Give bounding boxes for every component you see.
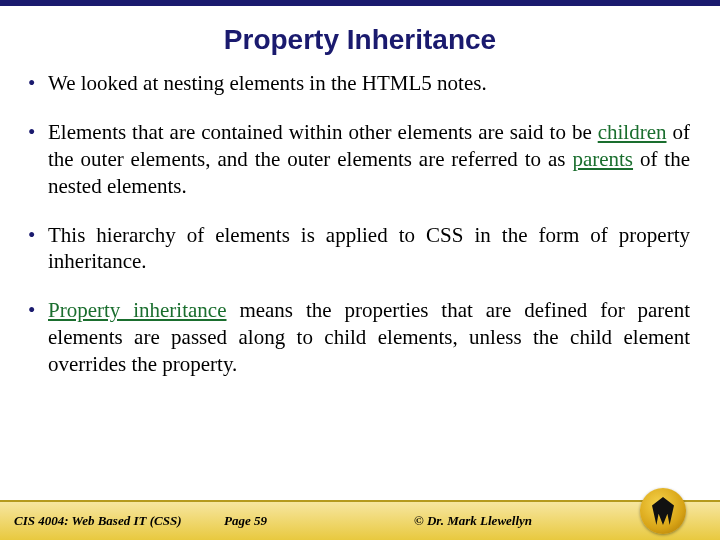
bullet-item: This hierarchy of elements is applied to…	[48, 222, 690, 276]
footer-course: CIS 4004: Web Based IT (CSS)	[14, 513, 224, 529]
footer-page: Page 59	[224, 513, 364, 529]
keyword-parents: parents	[572, 147, 633, 171]
bullet-text: This hierarchy of elements is applied to…	[48, 223, 690, 274]
bullet-list: We looked at nesting elements in the HTM…	[48, 70, 690, 378]
slide: Property Inheritance We looked at nestin…	[0, 0, 720, 540]
bullet-item: Elements that are contained within other…	[48, 119, 690, 200]
slide-footer: CIS 4004: Web Based IT (CSS) Page 59 © D…	[0, 500, 720, 540]
keyword-children: children	[598, 120, 667, 144]
bullet-item: We looked at nesting elements in the HTM…	[48, 70, 690, 97]
bullet-text: Elements that are contained within other…	[48, 120, 598, 144]
slide-content: We looked at nesting elements in the HTM…	[0, 70, 720, 500]
keyword-property-inheritance: Property inheritance	[48, 298, 227, 322]
bullet-item: Property inheritance means the propertie…	[48, 297, 690, 378]
bullet-text: We looked at nesting elements in the HTM…	[48, 71, 487, 95]
slide-title: Property Inheritance	[0, 24, 720, 56]
ucf-logo-icon	[640, 488, 686, 534]
